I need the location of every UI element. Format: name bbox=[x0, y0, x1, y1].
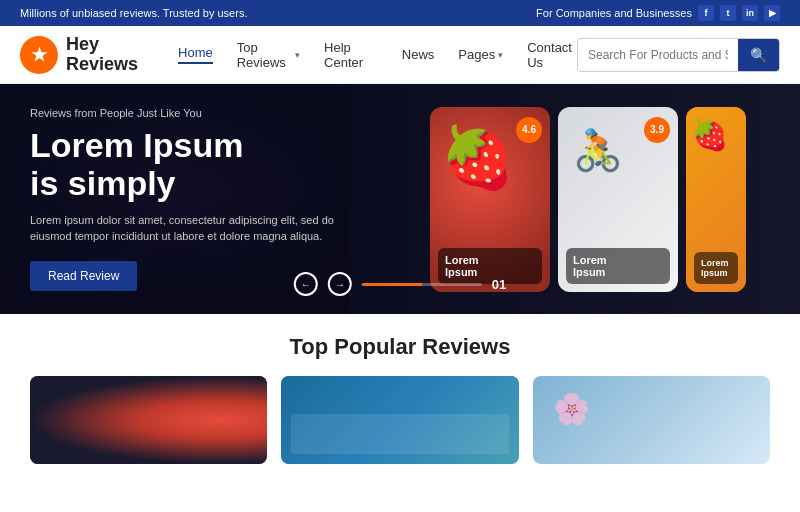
nav-pages-link[interactable]: Pages ▾ bbox=[458, 47, 503, 62]
facebook-icon[interactable]: f bbox=[698, 5, 714, 21]
slider-progress bbox=[362, 283, 482, 286]
logo[interactable]: ★ Hey Reviews bbox=[20, 35, 138, 75]
read-review-button[interactable]: Read Review bbox=[30, 261, 137, 291]
nav-news-link[interactable]: News bbox=[402, 47, 435, 62]
logo-icon: ★ bbox=[20, 36, 58, 74]
top-bar: Millions of unbiased reviews. Trusted by… bbox=[0, 0, 800, 26]
nav-help[interactable]: Help Center bbox=[324, 40, 378, 70]
youtube-icon[interactable]: ▶ bbox=[764, 5, 780, 21]
popular-card-3[interactable] bbox=[533, 376, 770, 464]
top-bar-left-text: Millions of unbiased reviews. Trusted by… bbox=[20, 7, 247, 19]
card-label-3: LoremIpsum bbox=[694, 252, 738, 284]
top-bar-right-text: For Companies and Businesses bbox=[536, 7, 692, 19]
search-bar: 🔍 bbox=[577, 38, 780, 72]
nav-links: Home Top Reviews ▾ Help Center News Page… bbox=[178, 40, 577, 70]
nav-home-link[interactable]: Home bbox=[178, 45, 213, 64]
review-card-2[interactable]: 3.9 LoremIpsum bbox=[558, 107, 678, 292]
top-bar-right: For Companies and Businesses f t in ▶ bbox=[536, 5, 780, 21]
popular-grid bbox=[30, 376, 770, 464]
hero-section: Reviews from People Just Like You Lorem … bbox=[0, 84, 800, 314]
hero-description: Lorem ipsum dolor sit amet, consectetur … bbox=[30, 212, 350, 245]
nav-pages[interactable]: Pages ▾ bbox=[458, 47, 503, 62]
review-card-1[interactable]: 4.6 LoremIpsum bbox=[430, 107, 550, 292]
popular-section: Top Popular Reviews bbox=[0, 314, 800, 474]
nav-help-link[interactable]: Help Center bbox=[324, 40, 378, 70]
nav-top-reviews[interactable]: Top Reviews ▾ bbox=[237, 40, 300, 70]
next-arrow[interactable]: → bbox=[328, 272, 352, 296]
nav-home[interactable]: Home bbox=[178, 45, 213, 64]
popular-card-2[interactable] bbox=[281, 376, 518, 464]
navbar: ★ Hey Reviews Home Top Reviews ▾ Help Ce… bbox=[0, 26, 800, 84]
search-input[interactable] bbox=[578, 48, 738, 62]
nav-top-reviews-link[interactable]: Top Reviews ▾ bbox=[237, 40, 300, 70]
logo-text: Hey Reviews bbox=[66, 35, 138, 75]
hero-cards: 4.6 LoremIpsum 3.9 LoremIpsum LoremIpsum bbox=[420, 99, 800, 299]
card-label-2: LoremIpsum bbox=[566, 248, 670, 284]
nav-contact-link[interactable]: Contact Us bbox=[527, 40, 577, 70]
nav-news[interactable]: News bbox=[402, 47, 435, 62]
nav-contact[interactable]: Contact Us bbox=[527, 40, 577, 70]
slider-number: 01 bbox=[492, 277, 506, 292]
card-rating-2: 3.9 bbox=[644, 117, 670, 143]
popular-card-1[interactable] bbox=[30, 376, 267, 464]
hero-title: Lorem Ipsumis simply bbox=[30, 127, 350, 202]
linkedin-icon[interactable]: in bbox=[742, 5, 758, 21]
slider-nav: ← → 01 bbox=[294, 272, 506, 296]
prev-arrow[interactable]: ← bbox=[294, 272, 318, 296]
search-button[interactable]: 🔍 bbox=[738, 38, 779, 72]
chevron-down-icon: ▾ bbox=[295, 50, 300, 60]
popular-title: Top Popular Reviews bbox=[30, 334, 770, 360]
card-rating-1: 4.6 bbox=[516, 117, 542, 143]
review-card-3[interactable]: LoremIpsum bbox=[686, 107, 746, 292]
twitter-icon[interactable]: t bbox=[720, 5, 736, 21]
chevron-down-icon-2: ▾ bbox=[498, 50, 503, 60]
hero-subtitle: Reviews from People Just Like You bbox=[30, 107, 350, 119]
